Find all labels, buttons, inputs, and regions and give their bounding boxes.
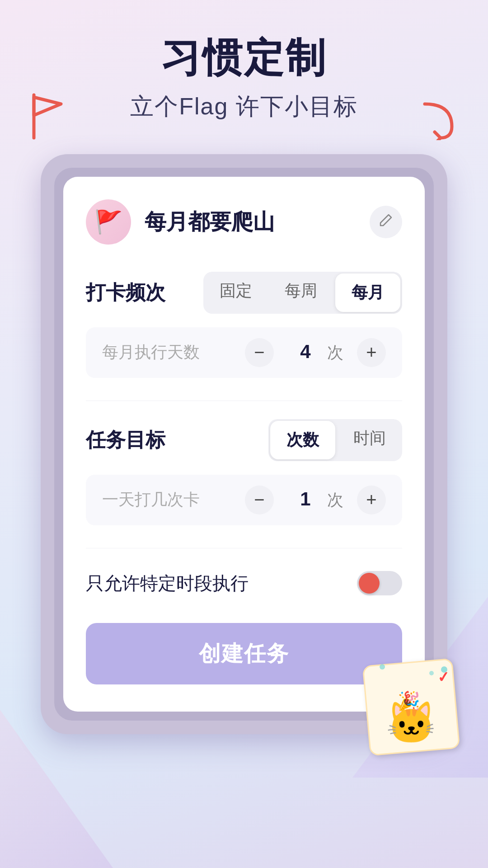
time-restrict-row: 只允许特定时段执行 [86, 566, 402, 600]
tab-time[interactable]: 时间 [337, 419, 402, 461]
daily-count-unit: 次 [327, 489, 343, 511]
subtitle: 立个Flag 许下小目标 [36, 91, 452, 123]
edit-button[interactable] [370, 206, 402, 238]
header-section: 习惯定制 立个Flag 许下小目标 [0, 0, 488, 141]
counter-controls: − 4 次 + [245, 338, 386, 367]
task-goal-section: 任务目标 次数 时间 一天打几次卡 − [86, 419, 402, 525]
daily-count-counter: 一天打几次卡 − 1 次 + [86, 475, 402, 525]
habit-card: 🚩 每月都要爬山 打卡频次 [63, 177, 425, 712]
time-restrict-toggle[interactable] [357, 571, 402, 595]
create-btn-label: 创建任务 [199, 642, 289, 665]
frequency-section: 打卡频次 固定 每周 每月 每月执行天数 − [86, 272, 402, 378]
monthly-days-unit: 次 [327, 342, 343, 364]
habit-icon: 🚩 [86, 199, 131, 245]
frequency-label: 打卡频次 [86, 279, 165, 306]
create-task-button[interactable]: 创建任务 [86, 623, 402, 684]
daily-counter-controls: − 1 次 + [245, 486, 386, 514]
task-goal-tab-group: 次数 时间 [268, 419, 402, 461]
monthly-minus-btn[interactable]: − [245, 338, 274, 367]
tab-weekly[interactable]: 每周 [268, 272, 333, 314]
tab-monthly[interactable]: 每月 [335, 274, 400, 312]
frequency-row: 打卡频次 固定 每周 每月 [86, 272, 402, 314]
edit-icon [379, 213, 393, 231]
habit-icon-wrap: 🚩 每月都要爬山 [86, 199, 275, 245]
time-restrict-label: 只允许特定时段执行 [86, 571, 249, 596]
daily-plus-btn[interactable]: + [357, 486, 386, 514]
monthly-plus-btn[interactable]: + [357, 338, 386, 367]
daily-count-hint: 一天打几次卡 [102, 489, 200, 511]
habit-emoji: 🚩 [94, 209, 122, 235]
habit-name: 每月都要爬山 [145, 208, 275, 236]
divider-1 [86, 401, 402, 401]
toggle-knob [359, 573, 380, 594]
daily-minus-btn[interactable]: − [245, 486, 274, 514]
daily-count-value: 1 [287, 488, 324, 510]
device-mockup: 🚩 每月都要爬山 打卡频次 [41, 154, 447, 734]
device-inner: 🚩 每月都要爬山 打卡频次 [54, 168, 434, 721]
monthly-days-value: 4 [287, 341, 324, 363]
tab-count[interactable]: 次数 [270, 421, 335, 459]
monthly-days-hint: 每月执行天数 [102, 341, 200, 363]
page-container: 习惯定制 立个Flag 许下小目标 🚩 每月都要爬山 [0, 0, 488, 868]
divider-2 [86, 548, 402, 548]
task-goal-label: 任务目标 [86, 427, 165, 453]
decorative-arrow [416, 99, 456, 140]
monthly-days-counter: 每月执行天数 − 4 次 + [86, 327, 402, 378]
task-goal-row: 任务目标 次数 时间 [86, 419, 402, 461]
habit-header: 🚩 每月都要爬山 [86, 199, 402, 245]
cat-sticker-area: ✓ 🐱 🎉 [366, 662, 465, 761]
decorative-flag [27, 90, 68, 147]
frequency-tab-group: 固定 每周 每月 [203, 272, 402, 314]
tab-fixed[interactable]: 固定 [203, 272, 268, 314]
main-title: 习惯定制 [36, 36, 452, 80]
